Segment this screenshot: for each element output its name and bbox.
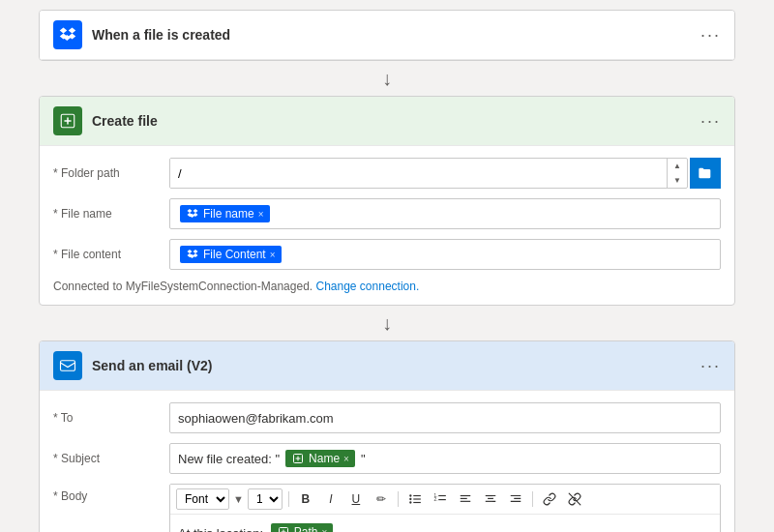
folder-path-spinner: ▲ ▼ <box>667 159 687 188</box>
file-name-input[interactable]: File name × <box>169 198 721 229</box>
to-value: sophiaowen@fabrikam.com <box>178 411 334 426</box>
subject-input[interactable]: New file created: " Name × " <box>169 443 721 474</box>
trigger-header: When a file is created ··· <box>40 11 734 60</box>
to-input[interactable]: sophiaowen@fabrikam.com <box>169 402 721 433</box>
align-center-button[interactable] <box>480 488 501 510</box>
trigger-card: When a file is created ··· <box>39 10 735 61</box>
create-file-body: * Folder path ▲ ▼ * File name <box>40 146 734 305</box>
arrow-connector-1: ↓ <box>382 61 392 96</box>
subject-tag-close[interactable]: × <box>343 454 349 464</box>
file-name-tag-icon <box>186 207 199 221</box>
body-text: At this location: <box>178 526 263 532</box>
send-email-title: Send an email (V2) <box>92 358 691 373</box>
file-content-tag-label: File Content <box>203 248 266 261</box>
ordered-list-button[interactable]: 1.2. <box>430 488 451 510</box>
file-name-row: * File name File name × <box>53 198 721 229</box>
svg-rect-1 <box>61 361 75 371</box>
svg-point-7 <box>409 501 411 503</box>
file-content-tag: File Content × <box>180 246 282 263</box>
file-name-label: * File name <box>53 207 169 221</box>
flow-container: When a file is created ··· ↓ Create file… <box>19 10 755 532</box>
trigger-title: When a file is created <box>92 27 691 43</box>
create-file-connected: Connected to MyFileSystemConnection-Mana… <box>53 280 721 293</box>
subject-tag-label: Name <box>309 452 340 465</box>
body-row: * Body Font ▼ 12 <box>53 484 721 532</box>
bold-button[interactable]: B <box>295 488 316 510</box>
subject-row: * Subject New file created: " Name × " <box>53 443 721 474</box>
spinner-down[interactable]: ▼ <box>668 173 687 188</box>
send-email-more[interactable]: ··· <box>700 357 721 374</box>
file-name-tag-label: File name <box>203 207 254 221</box>
spinner-up[interactable]: ▲ <box>668 159 687 173</box>
create-file-more[interactable]: ··· <box>700 112 721 130</box>
file-content-input[interactable]: File Content × <box>169 239 721 270</box>
align-left-button[interactable] <box>455 488 476 510</box>
file-content-label: * File content <box>53 248 169 261</box>
remove-link-button[interactable] <box>564 488 585 510</box>
dropbox-icon <box>53 20 82 49</box>
create-file-change-connection[interactable]: Change connection. <box>315 280 419 293</box>
arrow-down-icon: ↓ <box>382 68 392 90</box>
rich-toolbar: Font ▼ 12 B I U ✏ <box>170 485 720 515</box>
unordered-list-button[interactable] <box>404 488 426 510</box>
to-row: * To sophiaowen@fabrikam.com <box>53 402 721 433</box>
send-email-body: * To sophiaowen@fabrikam.com * Subject N… <box>40 391 734 532</box>
subject-label: * Subject <box>53 452 169 465</box>
arrow-down-icon-2: ↓ <box>382 312 392 335</box>
send-email-header: Send an email (V2) ··· <box>40 341 734 391</box>
toolbar-sep-1 <box>288 491 289 507</box>
file-name-tag: File name × <box>180 205 270 222</box>
font-size-select[interactable]: 12 <box>248 488 283 510</box>
body-content[interactable]: At this location: Path × <box>170 515 720 532</box>
svg-point-3 <box>409 494 411 496</box>
file-content-row: * File content File Content × <box>53 239 721 270</box>
create-file-title: Create file <box>92 113 691 129</box>
file-content-tag-icon <box>186 248 199 261</box>
body-editor[interactable]: Font ▼ 12 B I U ✏ <box>169 484 721 532</box>
font-select[interactable]: Font <box>176 488 229 510</box>
toolbar-sep-3 <box>532 491 533 507</box>
subject-name-tag: Name × <box>285 450 355 467</box>
folder-path-input[interactable]: ▲ ▼ <box>169 158 688 189</box>
subject-suffix: " <box>361 452 366 466</box>
body-editor-wrapper: Font ▼ 12 B I U ✏ <box>169 484 721 532</box>
folder-browse-button[interactable] <box>690 158 721 189</box>
subject-prefix: New file created: " <box>178 452 280 466</box>
align-right-button[interactable] <box>505 488 526 510</box>
insert-link-button[interactable] <box>539 488 560 510</box>
trigger-more[interactable]: ··· <box>700 26 721 44</box>
arrow-connector-2: ↓ <box>382 306 392 340</box>
file-content-tag-close[interactable]: × <box>270 250 276 260</box>
italic-button[interactable]: I <box>320 488 342 510</box>
svg-point-5 <box>409 498 411 500</box>
email-icon <box>53 351 82 380</box>
folder-path-label: * Folder path <box>53 166 169 180</box>
path-tag-icon <box>277 525 290 532</box>
svg-text:2.: 2. <box>433 497 437 502</box>
send-email-card: Send an email (V2) ··· * To sophiaowen@f… <box>39 340 735 532</box>
pen-button[interactable]: ✏ <box>371 488 392 510</box>
underline-button[interactable]: U <box>345 488 367 510</box>
font-size-display: ▼ <box>233 493 244 505</box>
body-label: * Body <box>53 484 169 503</box>
create-file-card: Create file ··· * Folder path ▲ ▼ <box>39 96 735 306</box>
folder-path-row: * Folder path ▲ ▼ <box>53 158 721 189</box>
file-name-tag-close[interactable]: × <box>258 209 264 220</box>
toolbar-sep-2 <box>398 491 399 507</box>
to-label: * To <box>53 411 169 425</box>
create-file-icon <box>53 106 82 135</box>
create-file-connection-name: Connected to MyFileSystemConnection-Mana… <box>53 280 313 293</box>
create-file-header: Create file ··· <box>40 97 734 146</box>
path-tag: Path × <box>271 523 334 532</box>
subject-tag-icon <box>291 452 305 465</box>
path-tag-close[interactable]: × <box>321 527 327 533</box>
folder-path-text[interactable] <box>170 159 667 188</box>
path-tag-label: Path <box>294 525 318 532</box>
